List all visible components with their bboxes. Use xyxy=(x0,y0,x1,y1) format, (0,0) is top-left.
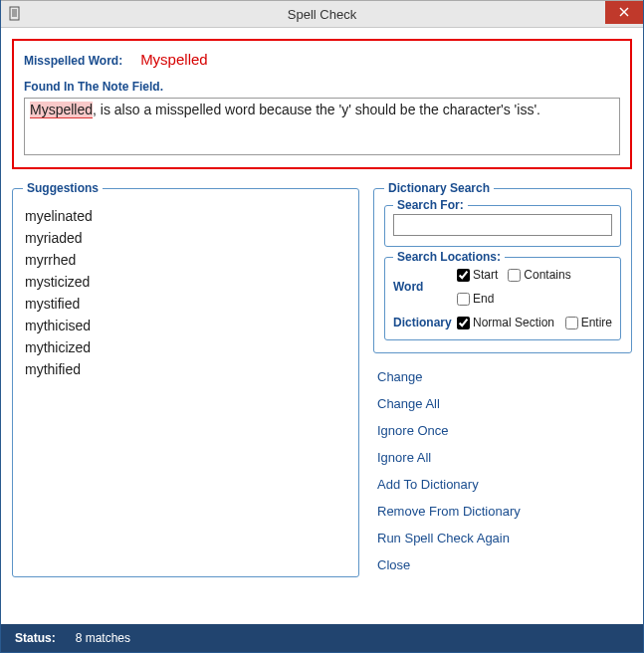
checkbox-entire-input[interactable] xyxy=(565,317,578,329)
action-change-all[interactable]: Change All xyxy=(373,390,632,417)
misspelled-label: Misspelled Word: xyxy=(24,54,122,68)
search-for-group: Search For: xyxy=(384,205,621,247)
status-text: 8 matches xyxy=(76,631,130,645)
found-in-label: Found In The Note Field. xyxy=(24,80,620,94)
checkbox-end[interactable]: End xyxy=(457,292,494,306)
action-add-to-dictionary[interactable]: Add To Dictionary xyxy=(373,471,632,498)
action-close[interactable]: Close xyxy=(373,551,632,578)
action-run-spell-check-again[interactable]: Run Spell Check Again xyxy=(373,525,632,551)
note-text: , is also a misspelled word because the … xyxy=(93,102,540,117)
suggestion-item[interactable]: mythicized xyxy=(23,336,348,358)
action-change[interactable]: Change xyxy=(373,363,632,390)
actions-list: Change Change All Ignore Once Ignore All… xyxy=(373,363,632,578)
suggestions-panel: Suggestions myelinated myriaded myrrhed … xyxy=(12,181,359,577)
suggestion-item[interactable]: mythicised xyxy=(23,315,348,336)
checkbox-entire[interactable]: Entire xyxy=(565,316,612,329)
checkbox-contains[interactable]: Contains xyxy=(508,268,570,282)
search-for-label: Search For: xyxy=(393,198,468,212)
status-label: Status: xyxy=(15,631,56,645)
misspelled-panel: Misspelled Word: Myspelled Found In The … xyxy=(12,39,632,169)
action-remove-from-dictionary[interactable]: Remove From Dictionary xyxy=(373,498,632,525)
dictionary-label: Dictionary xyxy=(393,316,451,329)
suggestion-item[interactable]: mythified xyxy=(23,358,348,380)
checkbox-start[interactable]: Start xyxy=(457,268,498,282)
note-highlighted-word: Myspelled xyxy=(30,102,93,118)
action-ignore-once[interactable]: Ignore Once xyxy=(373,417,632,444)
action-ignore-all[interactable]: Ignore All xyxy=(373,444,632,471)
suggestion-item[interactable]: myelinated xyxy=(23,205,348,227)
checkbox-contains-label: Contains xyxy=(524,268,570,282)
suggestions-legend: Suggestions xyxy=(23,181,103,195)
search-locations-group: Search Locations: Word Start Contains xyxy=(384,257,621,340)
misspelled-word: Myspelled xyxy=(140,51,208,68)
checkbox-entire-label: Entire xyxy=(581,316,612,329)
checkbox-normal-label: Normal Section xyxy=(473,316,554,329)
statusbar: Status: 8 matches xyxy=(1,624,643,652)
suggestion-item[interactable]: mysticized xyxy=(23,271,348,293)
dictionary-search-panel: Dictionary Search Search For: Search Loc… xyxy=(373,181,632,353)
titlebar: Spell Check xyxy=(1,0,643,28)
search-input[interactable] xyxy=(393,214,612,236)
suggestion-item[interactable]: myrrhed xyxy=(23,249,348,271)
checkbox-start-label: Start xyxy=(473,268,498,282)
checkbox-contains-input[interactable] xyxy=(508,269,521,282)
note-field[interactable]: Myspelled, is also a misspelled word bec… xyxy=(24,98,620,155)
search-locations-label: Search Locations: xyxy=(393,250,505,264)
suggestion-item[interactable]: myriaded xyxy=(23,227,348,249)
checkbox-end-input[interactable] xyxy=(457,293,470,306)
checkbox-end-label: End xyxy=(473,292,494,306)
dictionary-legend: Dictionary Search xyxy=(384,181,494,195)
checkbox-normal-input[interactable] xyxy=(457,317,470,329)
suggestion-item[interactable]: mystified xyxy=(23,293,348,315)
checkbox-normal-section[interactable]: Normal Section xyxy=(457,316,554,329)
word-label: Word xyxy=(393,280,451,294)
checkbox-start-input[interactable] xyxy=(457,269,470,282)
window-title: Spell Check xyxy=(1,7,643,22)
